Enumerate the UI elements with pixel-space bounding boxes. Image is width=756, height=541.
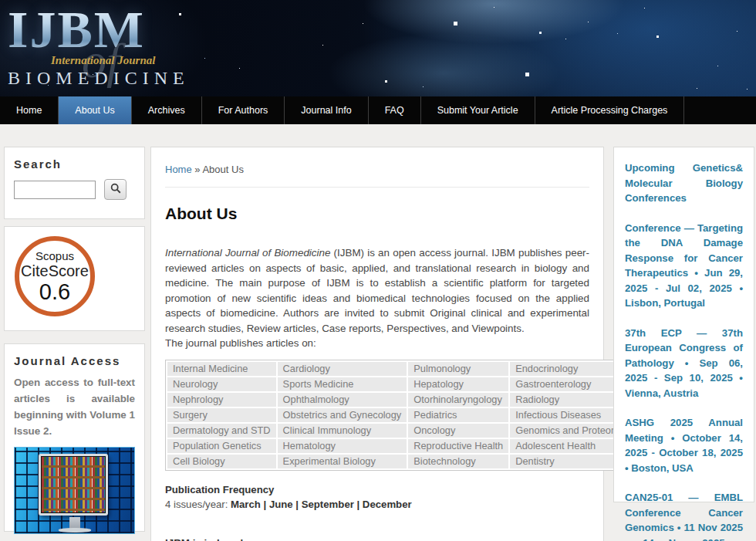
starfield-decoration bbox=[0, 0, 1, 1]
citescore-panel: Scopus CiteScore 0.6 bbox=[4, 226, 145, 331]
table-cell: Experimental Biology bbox=[278, 455, 407, 468]
table-cell: Pulmonology bbox=[408, 362, 508, 376]
table-row: Surgery Obstetrics and Gynecology Pediat… bbox=[167, 408, 636, 422]
library-monitor-image bbox=[14, 447, 135, 534]
table-cell: Surgery bbox=[167, 408, 276, 422]
table-cell: Oncology bbox=[408, 424, 508, 438]
citescore-value: 0.6 bbox=[39, 280, 70, 304]
table-row: Dermatology and STD Clinical Immunology … bbox=[167, 424, 636, 438]
intro-paragraph: International Journal of Biomedicine (IJ… bbox=[165, 245, 589, 336]
conference-item[interactable]: 37th ECP — 37th European Congress of Pat… bbox=[625, 326, 743, 401]
journal-access-heading: Journal Access bbox=[14, 354, 135, 367]
journal-access-panel: Journal Access Open access to full-text … bbox=[4, 343, 145, 532]
conference-item[interactable]: Conference — Targeting the DNA Damage Re… bbox=[625, 221, 743, 311]
publication-frequency-line: 4 issues/year: March | June | September … bbox=[165, 499, 589, 510]
table-cell: Population Genetics bbox=[167, 439, 276, 453]
pub-freq-prefix: 4 issues/year: bbox=[165, 499, 231, 510]
nav-item-archives[interactable]: Archives bbox=[132, 96, 202, 124]
table-cell: Ophthalmology bbox=[278, 393, 407, 407]
table-cell: Neurology bbox=[167, 377, 276, 391]
indexed-label: IJBM is indexed: bbox=[165, 537, 589, 541]
content-area: Search Scopus CiteScore 0.6 bbox=[0, 124, 756, 541]
breadcrumb: Home » About Us bbox=[165, 164, 589, 175]
table-cell: Otorhinolaryngology bbox=[408, 393, 508, 407]
table-cell: Cardiology bbox=[278, 362, 407, 376]
scopus-citescore-badge: Scopus CiteScore 0.6 bbox=[15, 236, 95, 316]
magnifier-icon bbox=[110, 183, 121, 196]
logo-subtitle: International Journal bbox=[51, 54, 155, 67]
table-cell: Cell Biology bbox=[167, 455, 276, 468]
monitor-graphic bbox=[39, 454, 108, 516]
table-cell: Sports Medicine bbox=[278, 377, 407, 391]
breadcrumb-separator: » bbox=[194, 164, 200, 175]
conferences-panel: Upcoming Genetics& Molecular Biology Con… bbox=[613, 147, 754, 502]
table-cell: Hematology bbox=[278, 439, 407, 453]
table-cell: Internal Medicine bbox=[167, 362, 276, 376]
table-row: Nephrology Ophthalmology Otorhinolaryngo… bbox=[167, 393, 636, 407]
publication-frequency: Publication Frequency 4 issues/year: Mar… bbox=[165, 484, 589, 510]
conference-item[interactable]: CAN25-01 — EMBL Conference Cancer Genomi… bbox=[625, 490, 743, 541]
journal-logo[interactable]: IJBM of International Journal BIOMEDICIN… bbox=[8, 3, 208, 94]
table-row: Population Genetics Hematology Reproduct… bbox=[167, 439, 636, 453]
publication-frequency-heading: Publication Frequency bbox=[165, 484, 589, 495]
specialties-table: Internal Medicine Cardiology Pulmonology… bbox=[165, 360, 639, 471]
search-input[interactable] bbox=[14, 181, 96, 199]
breadcrumb-divider bbox=[165, 187, 589, 188]
monitor-base-graphic bbox=[59, 528, 91, 533]
table-cell: Biotechnology bbox=[408, 455, 508, 468]
nav-item-about-us[interactable]: About Us bbox=[59, 96, 131, 124]
table-cell: Clinical Immunology bbox=[278, 424, 407, 438]
main-nav: Home About Us Archives For Authors Journ… bbox=[0, 96, 756, 124]
page: IJBM of International Journal BIOMEDICIN… bbox=[0, 0, 756, 541]
search-heading: Search bbox=[14, 157, 135, 171]
journal-access-text: Open access to full-text articles is ava… bbox=[14, 374, 135, 439]
publishes-line: The journal publishes articles on: bbox=[165, 336, 589, 351]
nav-item-for-authors[interactable]: For Authors bbox=[202, 96, 285, 124]
journal-name-italic: International Journal of Biomedicine bbox=[165, 247, 330, 259]
main-content-panel: Home » About Us About Us International J… bbox=[150, 147, 604, 541]
citescore-label-citescore: CiteScore bbox=[21, 262, 89, 280]
table-cell: Reproductive Health bbox=[408, 439, 508, 453]
citescore-label-scopus: Scopus bbox=[35, 249, 74, 262]
table-row: Internal Medicine Cardiology Pulmonology… bbox=[167, 362, 636, 376]
site-header: IJBM of International Journal BIOMEDICIN… bbox=[0, 0, 756, 96]
search-button[interactable] bbox=[104, 179, 127, 200]
table-cell: Dermatology and STD bbox=[167, 424, 276, 438]
search-panel: Search bbox=[4, 147, 145, 219]
pub-freq-months: March | June | September | December bbox=[231, 499, 412, 510]
page-title: About Us bbox=[165, 205, 589, 223]
table-cell: Pediatrics bbox=[408, 408, 508, 422]
nav-item-faq[interactable]: FAQ bbox=[369, 96, 421, 124]
intro-text: (IJBM) is an open access journal. IJBM p… bbox=[165, 247, 589, 334]
breadcrumb-current: About Us bbox=[202, 164, 243, 175]
bookshelf-screen-graphic bbox=[42, 457, 105, 512]
nav-item-journal-info[interactable]: Journal Info bbox=[285, 96, 368, 124]
logo-title: BIOMEDICINE bbox=[8, 68, 190, 89]
table-row: Neurology Sports Medicine Hepatology Gas… bbox=[167, 377, 636, 391]
table-cell: Obstetrics and Gynecology bbox=[278, 408, 407, 422]
conference-item[interactable]: ASHG 2025 Annual Meeting • October 14, 2… bbox=[625, 415, 743, 475]
breadcrumb-home-link[interactable]: Home bbox=[165, 164, 192, 175]
table-cell: Hepatology bbox=[408, 377, 508, 391]
nav-item-home[interactable]: Home bbox=[0, 96, 59, 124]
table-row: Cell Biology Experimental Biology Biotec… bbox=[167, 455, 636, 468]
table-cell: Nephrology bbox=[167, 393, 276, 407]
nav-item-submit-article[interactable]: Submit Your Article bbox=[421, 96, 535, 124]
nav-item-processing-charges[interactable]: Article Processing Charges bbox=[535, 96, 685, 124]
conference-list-heading[interactable]: Upcoming Genetics& Molecular Biology Con… bbox=[625, 161, 743, 206]
